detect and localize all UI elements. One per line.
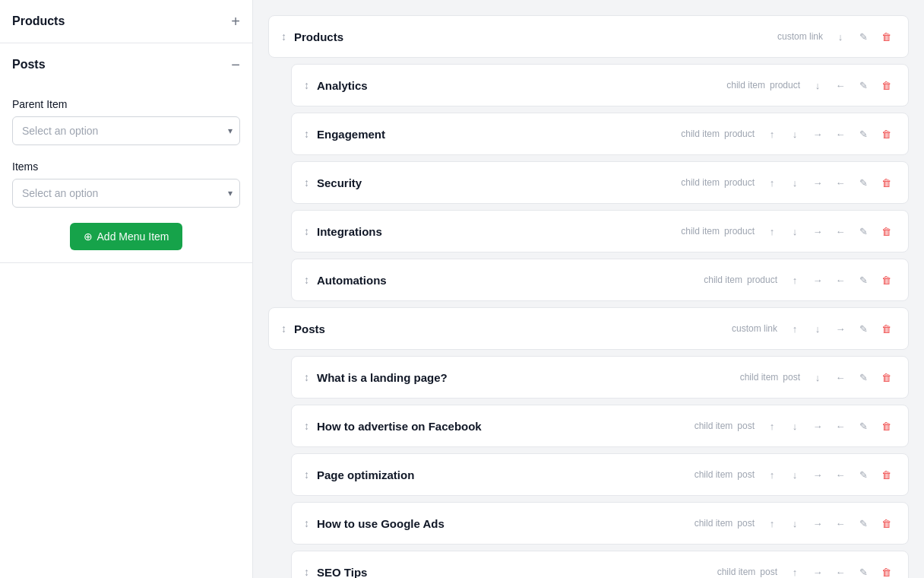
down-icon[interactable]: ↓ (831, 27, 850, 46)
delete-icon[interactable]: 🗑 (876, 562, 896, 578)
edit-icon[interactable]: ✎ (853, 173, 873, 192)
edit-icon[interactable]: ✎ (853, 270, 873, 290)
sidebar-section-posts: Posts − Parent Item Select an option ▾ I… (0, 43, 252, 263)
delete-icon[interactable]: 🗑 (876, 270, 896, 290)
sort-icon[interactable]: ↕ (304, 225, 309, 237)
delete-icon[interactable]: 🗑 (876, 221, 896, 241)
down-icon[interactable]: ↓ (785, 465, 805, 484)
delete-icon[interactable]: 🗑 (876, 513, 896, 533)
item-badge: custom link (732, 323, 777, 334)
edit-icon[interactable]: ✎ (853, 465, 873, 484)
add-icon: ⊕ (84, 230, 93, 243)
delete-icon[interactable]: 🗑 (876, 465, 896, 484)
right-icon[interactable]: → (808, 124, 827, 144)
delete-icon[interactable]: 🗑 (876, 416, 896, 436)
sidebar-section-products-toggle-icon[interactable]: + (231, 14, 240, 29)
down-icon[interactable]: ↓ (808, 367, 827, 387)
left-icon[interactable]: ← (831, 75, 850, 95)
left-icon[interactable]: ← (831, 513, 850, 533)
item-meta: child item product (681, 129, 755, 139)
edit-icon[interactable]: ✎ (853, 75, 873, 95)
right-icon[interactable]: → (808, 562, 827, 578)
edit-icon[interactable]: ✎ (853, 124, 873, 144)
right-icon[interactable]: → (808, 465, 827, 484)
delete-icon[interactable]: 🗑 (876, 319, 896, 338)
add-button-label: Add Menu Item (97, 230, 169, 243)
down-icon[interactable]: ↓ (785, 173, 805, 192)
sidebar-section-products-header[interactable]: Products + (0, 0, 252, 43)
menu-item-posts-root: ↕ Posts custom link ↑ ↓ → ✎ 🗑 (268, 307, 909, 350)
sort-icon[interactable]: ↕ (281, 322, 286, 335)
right-icon[interactable]: → (808, 221, 827, 241)
left-icon[interactable]: ← (831, 173, 850, 192)
right-icon[interactable]: → (808, 416, 827, 436)
down-icon[interactable]: ↓ (785, 513, 805, 533)
sort-icon[interactable]: ↕ (304, 420, 309, 432)
parent-item-select[interactable]: Select an option (12, 116, 240, 145)
sort-icon[interactable]: ↕ (304, 517, 309, 529)
left-icon[interactable]: ← (831, 465, 850, 484)
sort-icon[interactable]: ↕ (304, 128, 309, 140)
edit-icon[interactable]: ✎ (853, 367, 873, 387)
item-badge: custom link (777, 31, 823, 42)
sort-icon[interactable]: ↕ (304, 468, 309, 481)
right-icon[interactable]: → (808, 513, 827, 533)
left-icon[interactable]: ← (831, 221, 850, 241)
right-icon[interactable]: → (831, 319, 850, 338)
delete-icon[interactable]: 🗑 (876, 124, 896, 144)
up-icon[interactable]: ↑ (762, 124, 782, 144)
item-label: SEO Tips (317, 566, 710, 579)
sort-icon[interactable]: ↕ (304, 79, 309, 91)
edit-icon[interactable]: ✎ (853, 416, 873, 436)
badge-type: product (724, 177, 755, 188)
delete-icon[interactable]: 🗑 (876, 75, 896, 95)
sort-icon[interactable]: ↕ (304, 566, 309, 578)
item-label: Security (317, 176, 673, 189)
left-icon[interactable]: ← (831, 124, 850, 144)
left-icon[interactable]: ← (831, 562, 850, 578)
sort-icon[interactable]: ↕ (304, 176, 309, 189)
edit-icon[interactable]: ✎ (853, 513, 873, 533)
edit-icon[interactable]: ✎ (853, 221, 873, 241)
right-icon[interactable]: → (808, 270, 827, 290)
badge-child: child item (726, 80, 765, 91)
up-icon[interactable]: ↑ (785, 270, 805, 290)
up-icon[interactable]: ↑ (762, 465, 782, 484)
down-icon[interactable]: ↓ (785, 124, 805, 144)
down-icon[interactable]: ↓ (808, 75, 827, 95)
sort-icon[interactable]: ↕ (304, 274, 309, 286)
right-icon[interactable]: → (808, 173, 827, 192)
up-icon[interactable]: ↑ (762, 416, 782, 436)
left-icon[interactable]: ← (831, 416, 850, 436)
item-meta: child item product (681, 177, 755, 188)
badge-child: child item (717, 567, 756, 577)
sidebar-posts-form: Parent Item Select an option ▾ Items Sel… (0, 86, 252, 262)
edit-icon[interactable]: ✎ (853, 562, 873, 578)
left-icon[interactable]: ← (831, 270, 850, 290)
delete-icon[interactable]: 🗑 (876, 367, 896, 387)
sidebar-section-posts-title: Posts (12, 58, 46, 71)
down-icon[interactable]: ↓ (785, 221, 805, 241)
up-icon[interactable]: ↑ (762, 221, 782, 241)
down-icon[interactable]: ↓ (808, 319, 827, 338)
up-icon[interactable]: ↑ (785, 562, 805, 578)
up-icon[interactable]: ↑ (785, 319, 805, 338)
action-icons: ↑ ↓ → ← ✎ 🗑 (762, 124, 896, 144)
delete-icon[interactable]: 🗑 (876, 173, 896, 192)
sidebar-section-posts-toggle-icon[interactable]: − (231, 57, 240, 72)
badge-child: child item (681, 226, 720, 237)
items-select[interactable]: Select an option (12, 179, 240, 208)
up-icon[interactable]: ↑ (762, 173, 782, 192)
left-icon[interactable]: ← (831, 367, 850, 387)
item-label: How to use Google Ads (317, 517, 687, 530)
sidebar-section-posts-header[interactable]: Posts − (0, 43, 252, 86)
edit-icon[interactable]: ✎ (853, 27, 873, 46)
up-icon[interactable]: ↑ (762, 513, 782, 533)
edit-icon[interactable]: ✎ (853, 319, 873, 338)
delete-icon[interactable]: 🗑 (876, 27, 896, 46)
down-icon[interactable]: ↓ (785, 416, 805, 436)
add-menu-item-button[interactable]: ⊕ Add Menu Item (70, 223, 183, 250)
menu-item-products-root: ↕ Products custom link ↓ ✎ 🗑 (268, 15, 909, 58)
sort-icon[interactable]: ↕ (304, 371, 309, 383)
sort-icon[interactable]: ↕ (281, 30, 286, 43)
